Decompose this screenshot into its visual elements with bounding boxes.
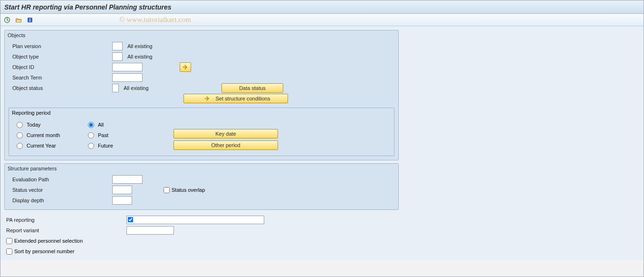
radio-today[interactable] bbox=[17, 122, 23, 128]
search-term-row: Search Term bbox=[5, 72, 398, 83]
status-vector-label: Status vector bbox=[8, 187, 112, 193]
object-status-row: Object status All existing Data status bbox=[5, 83, 398, 93]
plan-version-input[interactable] bbox=[112, 42, 123, 50]
radio-past-label: Past bbox=[98, 132, 108, 138]
info-icon bbox=[27, 17, 33, 23]
titlebar: Start HR reporting via Personnel Plannin… bbox=[0, 0, 644, 14]
objects-group: Objects Plan version All existing Object… bbox=[4, 30, 399, 160]
info-button[interactable] bbox=[25, 15, 35, 25]
reporting-period-group: Reporting period Today Current month bbox=[9, 108, 394, 156]
pa-reporting-label: PA reporting bbox=[6, 217, 126, 223]
radio-current-month[interactable] bbox=[17, 132, 23, 138]
extended-personnel-selection-row: Extended personnel selection bbox=[6, 236, 399, 246]
arrow-right-icon bbox=[183, 65, 188, 69]
radio-past[interactable] bbox=[88, 132, 94, 138]
sort-by-personnel-number-label: Sort by personnel number bbox=[14, 248, 75, 254]
extended-personnel-selection-label: Extended personnel selection bbox=[14, 238, 83, 244]
other-period-button[interactable]: Other period bbox=[173, 140, 278, 150]
status-overlap-checkbox[interactable] bbox=[163, 187, 170, 193]
evaluation-path-label: Evaluation Path bbox=[8, 177, 112, 182]
radio-current-month-label: Current month bbox=[27, 132, 60, 138]
pa-reporting-input[interactable] bbox=[126, 216, 264, 224]
display-depth-label: Display depth bbox=[8, 198, 112, 203]
svg-rect-3 bbox=[29, 20, 30, 22]
application-toolbar: © www.tutorialkart.com bbox=[0, 14, 644, 26]
structure-parameters-title: Structure parameters bbox=[5, 164, 398, 174]
structure-parameters-group: Structure parameters Evaluation Path Sta… bbox=[4, 163, 399, 210]
object-id-input[interactable] bbox=[112, 63, 143, 71]
watermark: © www.tutorialkart.com bbox=[119, 16, 191, 24]
set-structure-row: Set structure conditions bbox=[5, 93, 398, 104]
sort-by-personnel-number-checkbox[interactable] bbox=[6, 248, 12, 255]
search-term-input[interactable] bbox=[112, 73, 143, 82]
object-type-label: Object type bbox=[8, 54, 112, 59]
radio-current-year-label: Current Year bbox=[27, 143, 56, 148]
key-date-button[interactable]: Key date bbox=[173, 129, 278, 138]
extended-personnel-selection-checkbox[interactable] bbox=[6, 238, 12, 244]
other-period-button-label: Other period bbox=[211, 142, 240, 148]
key-date-button-label: Key date bbox=[215, 131, 236, 137]
folder-open-icon bbox=[15, 17, 22, 23]
radio-past-row: Past bbox=[83, 130, 154, 140]
data-status-button-label: Data status bbox=[239, 85, 266, 91]
selection-screen: Objects Plan version All existing Object… bbox=[0, 26, 644, 260]
radio-all-label: All bbox=[98, 122, 104, 128]
radio-current-month-row: Current month bbox=[12, 130, 83, 140]
radio-current-year-row: Current Year bbox=[12, 140, 83, 151]
display-depth-input[interactable] bbox=[112, 196, 132, 205]
objects-title: Objects bbox=[5, 30, 398, 41]
radio-future-row: Future bbox=[83, 140, 154, 151]
object-id-label: Object ID bbox=[8, 64, 112, 70]
radio-today-label: Today bbox=[27, 122, 40, 128]
object-status-after: All existing bbox=[124, 85, 190, 91]
radio-future[interactable] bbox=[88, 143, 94, 149]
plan-version-after: All existing bbox=[127, 43, 153, 49]
reporting-period-radios: Today Current month Current Year bbox=[9, 119, 394, 152]
clock-execute-icon bbox=[4, 17, 10, 23]
object-type-input[interactable] bbox=[112, 52, 123, 61]
object-id-row: Object ID bbox=[5, 62, 398, 72]
set-structure-conditions-label: Set structure conditions bbox=[216, 96, 270, 101]
multiple-selection-button[interactable] bbox=[180, 62, 191, 72]
search-term-label: Search Term bbox=[8, 75, 112, 80]
svg-rect-2 bbox=[29, 18, 30, 19]
evaluation-path-row: Evaluation Path bbox=[5, 174, 398, 185]
radio-future-label: Future bbox=[98, 143, 113, 148]
get-variant-button[interactable] bbox=[14, 15, 23, 25]
arrow-right-icon bbox=[204, 96, 210, 101]
object-status-label: Object status bbox=[8, 85, 112, 91]
execute-button[interactable] bbox=[2, 15, 12, 25]
data-status-button[interactable]: Data status bbox=[221, 83, 283, 93]
display-depth-row: Display depth bbox=[5, 195, 398, 206]
report-variant-label: Report variant bbox=[6, 228, 126, 233]
plan-version-row: Plan version All existing bbox=[5, 41, 398, 51]
pa-reporting-inline-checkbox[interactable] bbox=[128, 217, 134, 223]
report-variant-input[interactable] bbox=[126, 226, 174, 235]
status-vector-row: Status vector Status overlap bbox=[5, 185, 398, 195]
plan-version-label: Plan version bbox=[8, 43, 112, 49]
sort-by-personnel-number-row: Sort by personnel number bbox=[6, 246, 399, 257]
object-type-row: Object type All existing bbox=[5, 51, 398, 62]
radio-all[interactable] bbox=[88, 122, 94, 128]
set-structure-conditions-button[interactable]: Set structure conditions bbox=[183, 94, 288, 103]
radio-current-year[interactable] bbox=[17, 143, 23, 149]
sap-window: Start HR reporting via Personnel Plannin… bbox=[0, 0, 644, 277]
radio-all-row: All bbox=[83, 119, 154, 130]
radio-today-row: Today bbox=[12, 119, 83, 130]
report-variant-row: Report variant bbox=[6, 225, 399, 236]
bottom-section: PA reporting Report variant Extended per… bbox=[4, 213, 399, 257]
status-overlap-label: Status overlap bbox=[172, 187, 205, 193]
page-title: Start HR reporting via Personnel Plannin… bbox=[4, 3, 172, 11]
pa-reporting-row: PA reporting bbox=[6, 215, 399, 225]
evaluation-path-input[interactable] bbox=[112, 175, 143, 184]
object-status-input[interactable] bbox=[112, 84, 119, 92]
object-type-after: All existing bbox=[127, 54, 153, 59]
reporting-period-title: Reporting period bbox=[9, 108, 394, 119]
status-vector-input[interactable] bbox=[112, 186, 132, 194]
